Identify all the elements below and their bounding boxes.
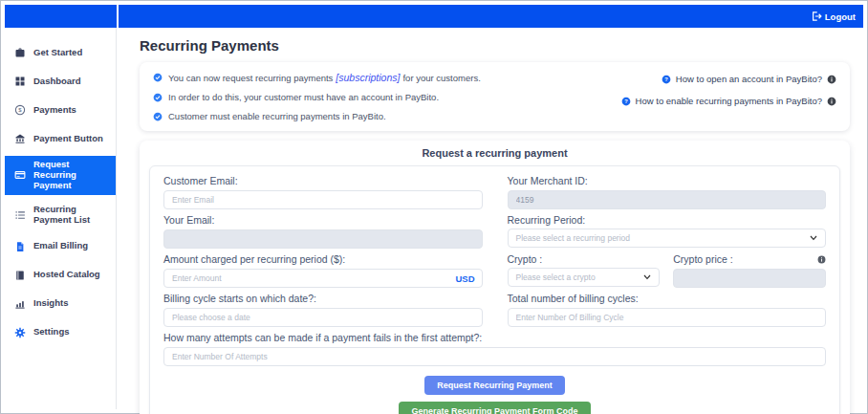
grid-icon <box>14 76 26 87</box>
main-content: Recurring Payments You can now request r… <box>117 28 863 409</box>
amount-label: Amount charged per recurring period ($): <box>163 253 483 265</box>
crypto-row: Crypto : Please select a crypto Crypto p… <box>508 253 827 293</box>
sidebar-item-label: Request Recurring Payment <box>33 160 106 191</box>
sidebar: Get Started Dashboard $ Payments Payment… <box>5 28 117 409</box>
sidebar-item-label: Hosted Catalog <box>33 270 100 280</box>
billing-cycles-label: Total number of billing cycles: <box>508 293 827 304</box>
bullet-text: You can now request recurring payments[s… <box>168 72 481 83</box>
recurring-payment-form-section: Request a recurring payment Customer Ema… <box>140 141 850 414</box>
sidebar-item-request-recurring-payment[interactable]: Request Recurring Payment <box>5 156 116 195</box>
logout-icon <box>811 11 822 22</box>
help-links: ? How to open an account in PayBito? ? H… <box>621 72 836 121</box>
sidebar-item-dashboard[interactable]: Dashboard <box>5 70 116 93</box>
sidebar-item-payment-button[interactable]: Payment Button <box>5 127 116 150</box>
gear-icon <box>14 327 26 338</box>
crypto-field-group: Crypto : Please select a crypto <box>508 253 661 288</box>
customer-email-input[interactable] <box>163 190 483 209</box>
credit-card-icon <box>14 169 26 181</box>
sidebar-item-label: Get Started <box>33 48 82 58</box>
bank-icon <box>14 133 26 144</box>
sidebar-item-label: Recurring Payment List <box>33 205 106 226</box>
info-bullets: You can now request recurring payments[s… <box>153 72 481 121</box>
merchant-id-label: Your Merchant ID: <box>508 175 827 186</box>
logout-label: Logout <box>825 11 856 22</box>
billing-date-input[interactable] <box>163 308 483 327</box>
crypto-placeholder: Please select a crypto <box>516 272 596 282</box>
help-link-label: How to enable recurring payments in PayB… <box>636 96 822 106</box>
chart-icon <box>14 298 26 310</box>
chevron-down-icon <box>643 273 651 281</box>
attempts-label: How many attempts can be made if a payme… <box>163 332 826 343</box>
sidebar-item-payments[interactable]: $ Payments <box>5 98 116 121</box>
attempts-input[interactable] <box>163 347 826 366</box>
sidebar-item-label: Payment Button <box>33 134 103 144</box>
sidebar-item-label: Dashboard <box>33 76 81 87</box>
crypto-price-field-group: Crypto price : <box>673 253 826 288</box>
amount-field-group: Amount charged per recurring period ($):… <box>163 253 483 288</box>
crypto-price-label: Crypto price : <box>673 253 732 265</box>
merchant-id-input <box>508 190 827 209</box>
sidebar-item-email-billing[interactable]: Email Billing <box>5 235 116 258</box>
customer-email-label: Customer Email: <box>163 175 483 186</box>
currency-suffix: USD <box>455 272 474 283</box>
crypto-select[interactable]: Please select a crypto <box>508 268 661 287</box>
svg-text:?: ? <box>624 98 628 104</box>
bullet-text: In order to do this, your customer must … <box>168 92 439 102</box>
crypto-label: Crypto : <box>508 253 661 265</box>
check-circle-icon <box>153 93 163 102</box>
book-icon <box>14 270 26 281</box>
customer-email-field-group: Customer Email: <box>163 175 483 209</box>
sidebar-item-settings[interactable]: Settings <box>5 321 116 344</box>
briefcase-icon <box>14 47 26 58</box>
request-recurring-payment-button[interactable]: Request Recurring Payment <box>424 376 565 395</box>
your-email-input <box>163 229 483 249</box>
recurring-payment-form: Customer Email: Your Merchant ID: Your E… <box>149 165 840 414</box>
info-circle-icon <box>827 97 836 106</box>
bullet-text: Customer must enable recurring payments … <box>168 111 386 121</box>
top-bar: Logout <box>5 5 863 28</box>
amount-input[interactable] <box>163 269 483 288</box>
check-circle-icon <box>153 73 163 82</box>
billing-cycles-input[interactable] <box>508 308 827 327</box>
help-link-enable-recurring[interactable]: ? How to enable recurring payments in Pa… <box>621 96 836 106</box>
generate-form-code-button[interactable]: Generate Recurring Payment Form Code <box>399 402 590 414</box>
recurring-period-label: Recurring Period: <box>508 214 827 226</box>
app-frame: Logout Get Started Dashboard $ Payments <box>0 0 868 414</box>
sidebar-item-hosted-catalog[interactable]: Hosted Catalog <box>5 264 116 287</box>
svg-text:$: $ <box>18 107 22 113</box>
recurring-period-placeholder: Please select a recurring period <box>516 233 631 243</box>
sidebar-item-get-started[interactable]: Get Started <box>5 41 116 64</box>
chevron-down-icon <box>810 234 817 242</box>
crypto-price-input <box>673 269 826 288</box>
attempts-field-group: How many attempts can be made if a payme… <box>163 332 826 366</box>
file-icon <box>14 241 26 252</box>
info-bullet: Customer must enable recurring payments … <box>153 111 481 121</box>
sidebar-item-recurring-payment-list[interactable]: Recurring Payment List <box>5 201 116 229</box>
top-bar-main-segment: Logout <box>119 5 863 28</box>
check-circle-icon <box>153 112 163 121</box>
svg-text:?: ? <box>664 76 668 82</box>
your-email-field-group: Your Email: <box>163 214 483 249</box>
sidebar-item-label: Payments <box>33 105 76 116</box>
top-bar-sidebar-segment <box>5 5 117 28</box>
info-bullet: You can now request recurring payments[s… <box>153 72 481 83</box>
sidebar-item-insights[interactable]: Insights <box>5 293 116 316</box>
billing-date-field-group: Billing cycle starts on which date?: <box>163 293 483 327</box>
page-title: Recurring Payments <box>140 37 854 54</box>
info-circle-icon <box>827 75 836 84</box>
dollar-coin-icon: $ <box>14 104 26 116</box>
subscriptions-link[interactable]: [subscriptions] <box>336 72 400 83</box>
logout-button[interactable]: Logout <box>811 11 856 22</box>
your-email-label: Your Email: <box>163 214 483 226</box>
recurring-period-field-group: Recurring Period: Please select a recurr… <box>508 214 827 249</box>
merchant-id-field-group: Your Merchant ID: <box>508 175 827 209</box>
billing-cycles-field-group: Total number of billing cycles: <box>508 293 827 327</box>
list-icon <box>14 209 26 221</box>
help-link-open-account[interactable]: ? How to open an account in PayBito? <box>662 74 836 84</box>
sidebar-item-label: Email Billing <box>33 241 88 251</box>
question-circle-icon: ? <box>662 75 671 84</box>
info-bullet: In order to do this, your customer must … <box>153 92 481 102</box>
sidebar-item-label: Settings <box>33 327 69 338</box>
form-title: Request a recurring payment <box>149 147 840 159</box>
recurring-period-select[interactable]: Please select a recurring period <box>508 229 827 248</box>
